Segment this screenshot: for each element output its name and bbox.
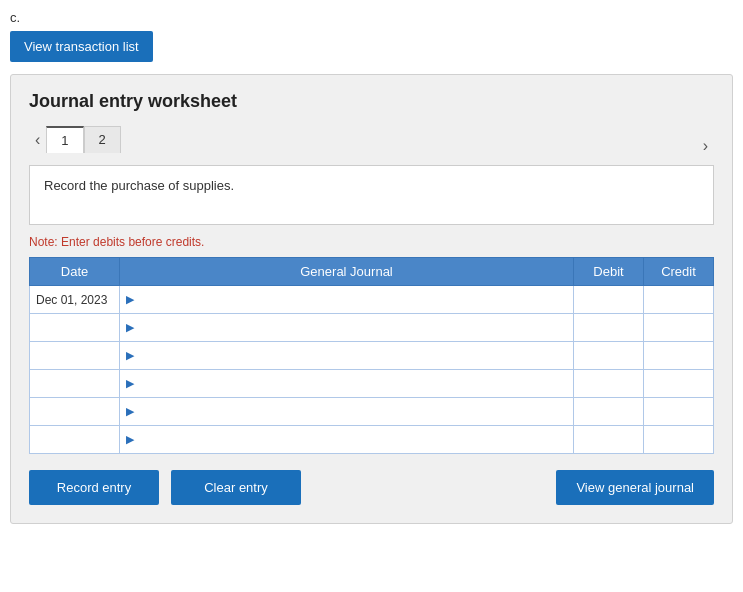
col-header-credit: Credit: [644, 258, 714, 286]
cell-debit: [574, 314, 644, 342]
worksheet-container: Journal entry worksheet ‹ 1 2 › Record t…: [10, 74, 733, 524]
note-text: Note: Enter debits before credits.: [29, 235, 714, 249]
row-arrow-icon: ▶: [126, 293, 134, 306]
cell-credit: [644, 314, 714, 342]
row-arrow-icon: ▶: [126, 321, 134, 334]
input-debit[interactable]: [574, 342, 643, 369]
input-debit[interactable]: [574, 426, 643, 453]
buttons-row: Record entry Clear entry View general jo…: [29, 470, 714, 505]
journal-table: Date General Journal Debit Credit ▶▶▶▶▶▶: [29, 257, 714, 454]
cell-date: [30, 286, 120, 314]
view-transaction-button[interactable]: View transaction list: [10, 31, 153, 62]
cell-debit: [574, 426, 644, 454]
input-debit[interactable]: [574, 398, 643, 425]
input-journal[interactable]: [134, 288, 569, 311]
row-arrow-icon: ▶: [126, 433, 134, 446]
cell-journal: ▶: [120, 426, 574, 454]
col-header-debit: Debit: [574, 258, 644, 286]
row-arrow-icon: ▶: [126, 377, 134, 390]
worksheet-title: Journal entry worksheet: [29, 91, 714, 112]
cell-credit: [644, 398, 714, 426]
cell-debit: [574, 370, 644, 398]
input-debit[interactable]: [574, 286, 643, 313]
input-date[interactable]: [30, 398, 119, 425]
cell-credit: [644, 342, 714, 370]
input-journal[interactable]: [134, 344, 569, 367]
cell-credit: [644, 370, 714, 398]
table-row: ▶: [30, 426, 714, 454]
cell-credit: [644, 426, 714, 454]
cell-journal: ▶: [120, 286, 574, 314]
input-debit[interactable]: [574, 370, 643, 397]
input-date[interactable]: [30, 286, 119, 313]
input-date[interactable]: [30, 342, 119, 369]
row-arrow-icon: ▶: [126, 405, 134, 418]
cell-date: [30, 426, 120, 454]
input-journal[interactable]: [134, 372, 569, 395]
cell-journal: ▶: [120, 342, 574, 370]
table-row: ▶: [30, 342, 714, 370]
input-journal[interactable]: [134, 316, 569, 339]
instruction-box: Record the purchase of supplies.: [29, 165, 714, 225]
input-credit[interactable]: [644, 398, 713, 425]
input-date[interactable]: [30, 370, 119, 397]
table-row: ▶: [30, 286, 714, 314]
view-general-journal-button[interactable]: View general journal: [556, 470, 714, 505]
clear-entry-button[interactable]: Clear entry: [171, 470, 301, 505]
col-header-date: Date: [30, 258, 120, 286]
cell-debit: [574, 342, 644, 370]
cell-debit: [574, 286, 644, 314]
tab-next-button[interactable]: ›: [697, 135, 714, 157]
input-date[interactable]: [30, 426, 119, 453]
tab-2[interactable]: 2: [84, 126, 121, 153]
input-credit[interactable]: [644, 286, 713, 313]
input-credit[interactable]: [644, 342, 713, 369]
cell-journal: ▶: [120, 314, 574, 342]
tab-1[interactable]: 1: [46, 126, 83, 153]
tab-prev-button[interactable]: ‹: [29, 129, 46, 151]
cell-journal: ▶: [120, 370, 574, 398]
cell-date: [30, 314, 120, 342]
col-header-journal: General Journal: [120, 258, 574, 286]
cell-date: [30, 342, 120, 370]
cell-journal: ▶: [120, 398, 574, 426]
cell-debit: [574, 398, 644, 426]
cell-date: [30, 398, 120, 426]
cell-date: [30, 370, 120, 398]
cell-credit: [644, 286, 714, 314]
label-c: c.: [10, 10, 733, 25]
table-row: ▶: [30, 370, 714, 398]
input-credit[interactable]: [644, 370, 713, 397]
input-debit[interactable]: [574, 314, 643, 341]
table-row: ▶: [30, 314, 714, 342]
row-arrow-icon: ▶: [126, 349, 134, 362]
table-row: ▶: [30, 398, 714, 426]
input-credit[interactable]: [644, 314, 713, 341]
input-date[interactable]: [30, 314, 119, 341]
input-journal[interactable]: [134, 428, 569, 451]
input-credit[interactable]: [644, 426, 713, 453]
record-entry-button[interactable]: Record entry: [29, 470, 159, 505]
input-journal[interactable]: [134, 400, 569, 423]
